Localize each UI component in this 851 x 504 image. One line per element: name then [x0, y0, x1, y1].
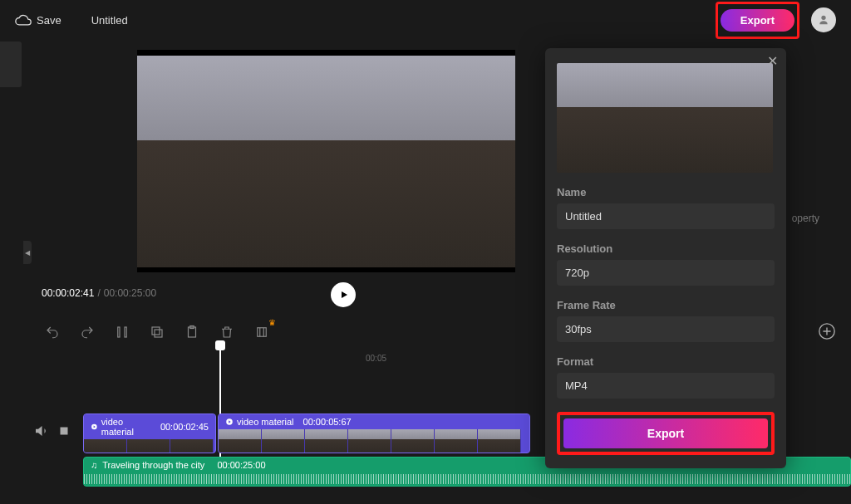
music-icon: ♫ [91, 460, 97, 470]
svg-rect-2 [155, 330, 162, 337]
svg-rect-6 [258, 328, 267, 337]
save-button[interactable]: Save [15, 12, 61, 28]
copy-button[interactable] [150, 325, 165, 340]
export-button-panel[interactable]: Export [563, 418, 768, 448]
project-title[interactable]: Untitled [91, 14, 128, 27]
svg-rect-1 [125, 327, 126, 337]
export-top-highlight: Export [716, 2, 799, 39]
time-tick: 00:05 [366, 354, 386, 363]
save-label: Save [37, 14, 61, 27]
clip-icon [225, 418, 234, 426]
timeline-toolbar: ♛ [37, 316, 278, 349]
format-select[interactable]: MP4 [557, 373, 775, 399]
crop-button[interactable]: ♛ [254, 325, 269, 340]
framerate-label: Frame Rate [557, 299, 775, 311]
user-icon [817, 13, 830, 27]
delete-button[interactable] [219, 325, 234, 340]
lock-track-button[interactable] [57, 423, 71, 441]
audio-label: Traveling through the city [102, 460, 204, 470]
export-panel-highlight: Export [557, 412, 775, 455]
close-button[interactable]: ✕ [767, 53, 778, 69]
play-button[interactable] [331, 282, 356, 307]
left-collapsed-panel[interactable] [0, 42, 22, 87]
mute-button[interactable] [33, 423, 48, 441]
framerate-select[interactable]: 30fps [557, 316, 775, 342]
audio-time: 00:00:25:00 [217, 460, 265, 470]
cloud-icon [15, 12, 32, 28]
svg-rect-8 [61, 428, 68, 435]
playback-time: 00:00:02:41 / 00:00:25:00 [42, 287, 156, 299]
export-thumbnail [557, 63, 773, 173]
preview-frame [137, 56, 515, 267]
video-preview[interactable] [137, 50, 515, 272]
video-clip-2[interactable]: video material 00:00:05:67 [218, 413, 530, 453]
clip-icon [91, 423, 98, 431]
clip-label: video material [237, 417, 293, 427]
play-icon [339, 290, 349, 300]
export-panel: ✕ Name Resolution 720p Frame Rate 30fps … [545, 48, 786, 468]
user-avatar[interactable] [811, 7, 836, 32]
resolution-select[interactable]: 720p [557, 260, 775, 286]
property-panel-text: operty [792, 213, 819, 224]
svg-rect-3 [152, 327, 160, 335]
premium-badge-icon: ♛ [268, 318, 276, 327]
svg-rect-0 [118, 327, 120, 337]
name-input[interactable] [557, 203, 775, 229]
add-track-button[interactable] [818, 322, 836, 340]
clip-time: 00:00:02:45 [160, 422, 209, 432]
time-separator: / [97, 287, 100, 299]
clip-time: 00:00:05:67 [303, 417, 352, 427]
undo-button[interactable] [45, 325, 60, 340]
audio-waveform [84, 474, 850, 484]
format-label: Format [557, 355, 775, 368]
total-time: 00:00:25:00 [104, 287, 156, 299]
split-button[interactable] [115, 325, 130, 340]
clip-label: video material [101, 417, 151, 437]
top-bar: Save Untitled Export [0, 0, 851, 40]
current-time: 00:00:02:41 [42, 287, 94, 299]
track-controls [33, 423, 71, 441]
resolution-label: Resolution [557, 242, 775, 255]
name-label: Name [557, 186, 775, 198]
panel-expand-handle[interactable]: ◀ [23, 241, 32, 264]
video-clip-1[interactable]: video material 00:00:02:45 [83, 413, 216, 453]
redo-button[interactable] [80, 325, 95, 340]
paste-button[interactable] [184, 325, 199, 340]
export-button-top[interactable]: Export [721, 9, 794, 32]
